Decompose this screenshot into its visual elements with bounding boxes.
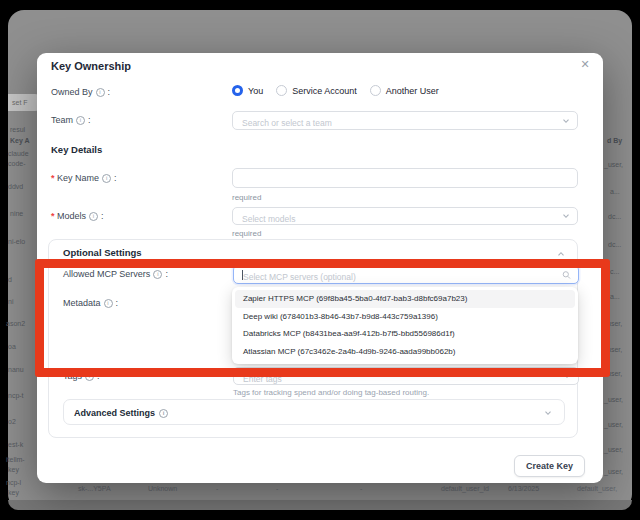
owned-by-label: Owned By : — [51, 87, 110, 97]
chevron-down-icon — [544, 409, 552, 417]
key-name-text-input[interactable] — [233, 171, 577, 189]
background-cell: user, — [607, 346, 622, 353]
background-table-cell-date: 6/13/2025 — [508, 485, 539, 492]
background-cell: _user, — [604, 468, 623, 475]
background-cell: d — [8, 276, 12, 283]
team-select-input[interactable] — [233, 115, 577, 132]
background-cell: _user, — [604, 161, 623, 168]
models-label: Models : — [51, 211, 104, 221]
mcp-option-databricks[interactable]: Databricks MCP (b8431bea-aa9f-412b-b7f5-… — [235, 325, 575, 343]
background-cell: c... — [610, 268, 619, 275]
info-icon[interactable] — [153, 270, 162, 279]
chevron-down-icon — [562, 212, 570, 220]
team-select[interactable] — [232, 111, 578, 130]
window-bottom-edge — [8, 500, 632, 510]
models-select[interactable] — [232, 207, 578, 225]
background-column-header: Key A — [10, 137, 30, 144]
radio-owned-by-service-account[interactable]: Service Account — [276, 85, 357, 96]
key-details-heading: Key Details — [51, 144, 102, 155]
chevron-down-icon — [563, 372, 571, 380]
tags-select[interactable] — [233, 367, 579, 385]
radio-unselected-icon — [370, 85, 381, 96]
radio-owned-by-another-user[interactable]: Another User — [370, 85, 439, 96]
info-icon — [159, 409, 168, 418]
background-cell: key — [8, 466, 19, 473]
search-icon — [562, 270, 571, 279]
background-cell: ncp-l — [6, 479, 21, 486]
background-cell: a... — [610, 293, 620, 300]
background-cell: est-k — [8, 441, 23, 448]
create-key-button[interactable]: Create Key — [514, 455, 585, 477]
text-cursor — [242, 270, 243, 280]
background-cell: ni — [8, 298, 13, 305]
close-icon[interactable]: ✕ — [578, 57, 592, 71]
background-cell: user, — [607, 320, 622, 327]
advanced-settings-card[interactable]: Advanced Settings — [63, 399, 565, 425]
allowed-mcp-servers-label: Allowed MCP Servers : — [63, 269, 168, 279]
optional-settings-heading: Optional Settings — [63, 247, 142, 258]
background-cell: itellm- — [6, 456, 25, 463]
advanced-settings-heading: Advanced Settings — [74, 408, 168, 418]
background-table-cell-status: Unknown — [148, 485, 177, 492]
background-table-cell: - — [360, 485, 362, 492]
background-cell: code- — [8, 160, 26, 167]
allowed-mcp-servers-select[interactable] — [233, 265, 579, 284]
key-name-label: Key Name : — [51, 173, 117, 183]
modal-title: Key Ownership — [51, 60, 131, 72]
info-icon[interactable] — [89, 212, 98, 221]
info-icon[interactable] — [76, 116, 85, 125]
background-cell: ni-elo — [8, 238, 25, 245]
key-name-input[interactable] — [232, 168, 578, 188]
key-name-required-hint: required — [232, 193, 261, 202]
background-table-cell-key: sk-...Y5PA — [78, 485, 111, 492]
background-cell: dc... — [608, 241, 621, 248]
info-icon[interactable] — [104, 299, 113, 308]
background-cell: oa — [8, 343, 16, 350]
mcp-servers-dropdown: Zapier HTTPS MCP (69f8ba45-5ba0-4fd7-bab… — [232, 287, 578, 364]
info-icon[interactable] — [96, 88, 105, 97]
background-cell: dc... — [608, 213, 621, 220]
metadata-label: Metadata : — [63, 298, 118, 308]
background-cell: _user, — [604, 421, 623, 428]
background-table-cell: - — [216, 485, 218, 492]
background-cell: key — [8, 489, 19, 496]
info-icon[interactable] — [102, 174, 111, 183]
background-cell: a... — [610, 188, 620, 195]
tags-label: Tags : — [63, 371, 100, 381]
radio-selected-icon — [232, 85, 243, 96]
team-label: Team : — [51, 115, 91, 125]
chevron-down-icon — [562, 117, 570, 125]
background-cell: ncp-t — [8, 392, 24, 399]
background-table-cell-user: default_user_id — [441, 485, 489, 492]
chevron-up-icon[interactable] — [557, 250, 565, 258]
background-reset-filters-button-fragment: set F — [8, 94, 39, 111]
background-cell: _user, — [604, 396, 623, 403]
background-cell: nine — [10, 210, 23, 217]
background-cell: user, — [607, 370, 622, 377]
background-cell: nanu — [8, 366, 24, 373]
background-cell: ason2 — [6, 320, 25, 327]
tags-input[interactable] — [234, 371, 578, 387]
radio-owned-by-you[interactable]: You — [232, 85, 263, 96]
background-column-header: d By — [607, 137, 622, 144]
background-table-cell-created-by: default_user, — [577, 485, 617, 492]
tags-helper-text: Tags for tracking spend and/or doing tag… — [233, 388, 429, 397]
background-cell: _user, — [604, 446, 623, 453]
mcp-option-atlassian[interactable]: Atlassian MCP (67c3462e-2a4b-4d9b-9246-a… — [235, 343, 575, 361]
background-cell: o2 — [8, 418, 16, 425]
background-cell: ddvd — [8, 183, 23, 190]
radio-unselected-icon — [276, 85, 287, 96]
mcp-servers-search-input[interactable] — [234, 269, 578, 286]
models-required-hint: required — [232, 229, 261, 238]
background-results-text: resul — [10, 126, 25, 133]
background-cell: claude — [8, 150, 29, 157]
background-table-cell: - — [276, 485, 278, 492]
models-select-input[interactable] — [233, 211, 577, 227]
info-icon[interactable] — [85, 372, 94, 381]
mcp-option-deep-wiki[interactable]: Deep wiki (678401b3-8b46-43b7-b9d8-443c7… — [235, 308, 575, 326]
create-key-modal: Key Ownership ✕ Owned By : You Service A… — [37, 53, 603, 483]
owned-by-radio-group: You Service Account Another User — [232, 85, 439, 96]
mcp-option-zapier[interactable]: Zapier HTTPS MCP (69f8ba45-5ba0-4fd7-bab… — [235, 290, 575, 308]
